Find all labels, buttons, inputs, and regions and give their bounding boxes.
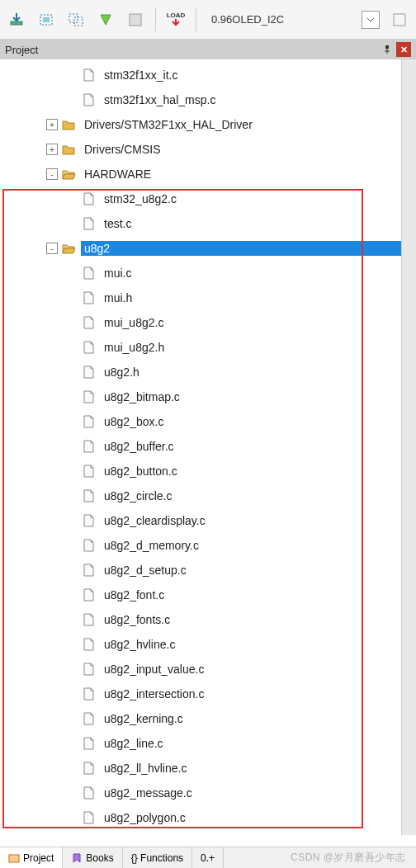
tree-row[interactable]: u8g2_hvline.c [0,632,403,657]
tree-row[interactable]: stm32_u8g2.c [0,186,403,211]
tree-row[interactable]: mui.h [0,285,403,310]
tree-spacer [66,663,78,675]
tree-row[interactable]: +Drivers/CMSIS [0,137,403,162]
tree-spacer [66,639,78,650]
tree-row[interactable]: mui_u8g2.c [0,310,403,335]
svg-rect-2 [43,17,50,22]
tab-label: Books [86,852,113,864]
tree-item-label: u8g2_message.c [101,785,403,800]
tree-spacer [66,94,78,106]
stop-build-icon[interactable] [125,10,145,30]
tree-spacer [66,490,78,502]
tree-spacer [66,366,78,378]
tree-row[interactable]: u8g2_box.c [0,409,403,434]
tree-spacer [66,812,78,823]
tree-row[interactable]: +Drivers/STM32F1xx_HAL_Driver [0,112,403,137]
tree-row[interactable]: u8g2_kerning.c [0,706,403,731]
tree-item-label: u8g2.h [101,365,403,380]
tree-row[interactable]: stm32f1xx_hal_msp.c [0,87,403,112]
tree-item-label: u8g2_d_setup.c [101,563,403,578]
tree-row[interactable]: u8g2_buffer.c [0,434,403,459]
svg-rect-6 [394,14,405,26]
expand-icon[interactable]: + [46,119,58,130]
close-button[interactable]: ✕ [396,42,411,57]
tree-row[interactable]: u8g2_button.c [0,459,403,484]
tree-row[interactable]: u8g2_polygon.c [0,805,403,830]
tree-row[interactable]: u8g2_ll_hvline.c [0,756,403,781]
target-selector[interactable]: 0.96OLED_I2C [206,11,289,29]
pin-button[interactable] [380,42,395,57]
tree-item-label: mui_u8g2.h [101,340,403,355]
tree-row[interactable]: u8g2_cleardisplay.c [0,508,403,533]
tree-row[interactable]: u8g2_line.c [0,731,403,756]
tree-spacer [66,416,78,427]
tree-item-label: u8g2 [81,241,403,256]
rebuild-icon[interactable] [66,10,86,30]
tree-spacer [66,218,78,229]
tree-item-label: Drivers/CMSIS [81,142,403,157]
tree-row[interactable]: -u8g2 [0,236,403,261]
download-icon[interactable] [7,10,26,30]
tree-row[interactable]: u8g2_d_memory.c [0,533,403,558]
tree-row[interactable]: u8g2_circle.c [0,484,403,508]
tree-spacer [66,738,78,749]
toolbar-separator [155,8,156,31]
tab-label: 0.+ [201,852,215,864]
tree-item-label: u8g2_polygon.c [101,810,403,825]
batch-build-icon[interactable] [96,10,116,30]
tree-spacer [66,688,78,700]
bottom-tab[interactable]: Books [63,847,122,868]
tree-spacer [66,292,78,304]
tree-item-label: u8g2_buffer.c [101,439,403,454]
tree-row[interactable]: test.c [0,211,403,236]
tree-row[interactable]: u8g2_bitmap.c [0,384,403,409]
tree-row[interactable]: u8g2_message.c [0,781,403,805]
tree-item-label: u8g2_line.c [101,736,403,751]
svg-rect-8 [9,855,19,862]
tree-item-label: u8g2_kerning.c [101,711,403,726]
tree-spacer [66,614,78,625]
tree-spacer [66,465,78,477]
tree-item-label: u8g2_input_value.c [101,662,403,677]
tree-item-label: test.c [101,216,403,231]
tree-item-label: stm32_u8g2.c [101,191,403,206]
tree-item-label: u8g2_button.c [101,464,403,479]
tree-spacer [66,267,78,279]
panel-title: Project [5,44,38,56]
tree-spacer [66,317,78,328]
collapse-icon[interactable]: - [46,168,58,180]
tree-row[interactable]: -HARDWARE [0,162,403,186]
collapse-icon[interactable]: - [46,243,58,254]
tree-item-label: u8g2_hvline.c [101,637,403,652]
project-tree[interactable]: stm32f1xx_it.cstm32f1xx_hal_msp.c+Driver… [0,59,403,835]
tree-item-label: u8g2_ll_hvline.c [101,761,403,776]
tree-row[interactable]: u8g2_input_value.c [0,657,403,682]
tree-row[interactable]: stm32f1xx_it.c [0,63,403,87]
svg-rect-0 [11,21,22,25]
bottom-tab[interactable]: Project [0,847,63,868]
project-tree-panel: stm32f1xx_it.cstm32f1xx_hal_msp.c+Driver… [0,59,416,835]
load-icon[interactable]: LOAD [166,10,186,30]
svg-rect-7 [385,45,389,49]
tree-item-label: u8g2_box.c [101,414,403,429]
tree-item-label: u8g2_circle.c [101,488,403,503]
tree-row[interactable]: mui_u8g2.h [0,335,403,360]
target-dropdown[interactable] [362,11,380,29]
tree-row[interactable]: u8g2_fonts.c [0,607,403,632]
bottom-tab[interactable]: {} Functions [123,847,192,868]
tree-row[interactable]: mui.c [0,261,403,285]
build-icon[interactable] [36,10,56,30]
tree-row[interactable]: u8g2_d_setup.c [0,558,403,583]
tree-item-label: mui.c [101,266,403,281]
bottom-tab[interactable]: 0.+ [192,847,224,868]
options-icon[interactable] [390,10,409,30]
tree-item-label: stm32f1xx_hal_msp.c [101,92,403,107]
tree-spacer [66,540,78,551]
tree-item-label: mui_u8g2.c [101,315,403,330]
tree-item-label: u8g2_font.c [101,587,403,602]
tree-row[interactable]: u8g2.h [0,360,403,384]
main-toolbar: LOAD 0.96OLED_I2C [0,0,416,40]
expand-icon[interactable]: + [46,144,58,155]
tree-row[interactable]: u8g2_intersection.c [0,682,403,706]
tree-row[interactable]: u8g2_font.c [0,583,403,607]
